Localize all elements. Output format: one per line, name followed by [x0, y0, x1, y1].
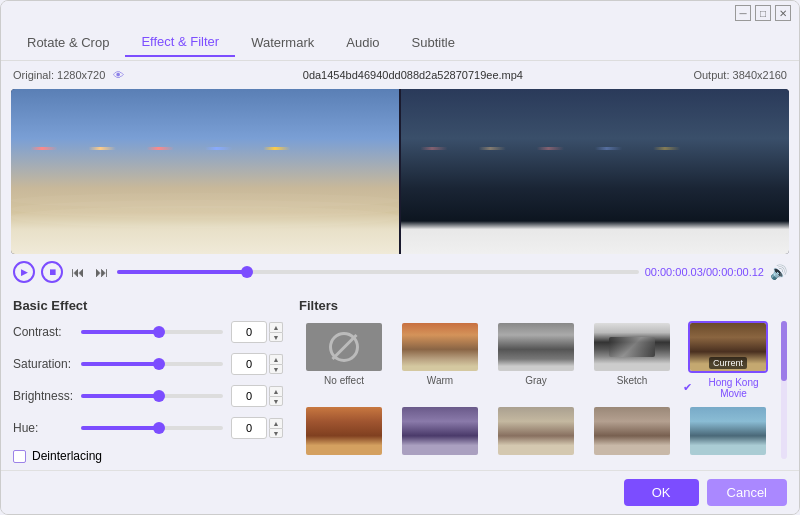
timeline-thumb	[241, 266, 253, 278]
main-window: ─ □ ✕ Rotate & Crop Effect & Filter Wate…	[0, 0, 800, 515]
basic-effect-panel: Basic Effect Contrast: ▲ ▼ Saturation:	[13, 298, 283, 462]
filter-4[interactable]	[491, 405, 581, 459]
output-res: 3840x2160	[733, 69, 787, 81]
contrast-spinner: ▲ ▼	[269, 322, 283, 342]
output-frame	[401, 89, 789, 254]
timeline-progress	[117, 270, 247, 274]
brightness-up[interactable]: ▲	[269, 386, 283, 396]
filter-6[interactable]	[683, 405, 773, 459]
tab-audio[interactable]: Audio	[330, 29, 395, 56]
minimize-button[interactable]: ─	[735, 5, 751, 21]
original-label: Original: 1280x720	[13, 69, 105, 81]
playback-bar: ▶ ⏹ ⏮ ⏭ 00:00:00.03/00:00:00.12 🔊	[1, 254, 799, 290]
video-preview-output	[401, 89, 789, 254]
filter-thumb-gray	[496, 321, 576, 373]
filters-grid: No effect Warm Gray	[299, 321, 777, 459]
basic-effect-title: Basic Effect	[13, 298, 283, 313]
prev-frame-button[interactable]: ⏮	[69, 264, 87, 280]
filters-panel: Filters No effect	[299, 298, 787, 462]
brightness-spinner: ▲ ▼	[269, 386, 283, 406]
video-area	[11, 89, 789, 254]
filter-thumb-sketch	[592, 321, 672, 373]
original-res: 1280x720	[57, 69, 105, 81]
brightness-label: Brightness:	[13, 389, 81, 403]
filter-thumb-5	[592, 405, 672, 457]
hue-spinner: ▲ ▼	[269, 418, 283, 438]
filters-title: Filters	[299, 298, 787, 313]
brightness-row: Brightness: ▲ ▼	[13, 385, 283, 407]
tab-effect-filter[interactable]: Effect & Filter	[125, 28, 235, 57]
output-label: Output: 3840x2160	[693, 69, 787, 81]
maximize-button[interactable]: □	[755, 5, 771, 21]
saturation-up[interactable]: ▲	[269, 354, 283, 364]
info-bar: Original: 1280x720 👁 0da1454bd46940dd088…	[1, 61, 799, 89]
contrast-label: Contrast:	[13, 325, 81, 339]
hue-slider[interactable]	[81, 426, 223, 430]
filter-thumb-warm	[400, 321, 480, 373]
filter-5[interactable]	[587, 405, 677, 459]
deinterlace-checkbox[interactable]	[13, 450, 26, 463]
filter-thumb-2	[304, 405, 384, 457]
hue-input[interactable]	[231, 417, 267, 439]
filter-check-icon: ✔	[683, 381, 692, 394]
saturation-down[interactable]: ▼	[269, 364, 283, 374]
deinterlace-label: Deinterlacing	[32, 449, 102, 463]
hue-up[interactable]: ▲	[269, 418, 283, 428]
filter-warm[interactable]: Warm	[395, 321, 485, 399]
filter-label-warm: Warm	[427, 375, 453, 386]
saturation-label: Saturation:	[13, 357, 81, 371]
next-frame-button[interactable]: ⏭	[93, 264, 111, 280]
filter-label-hk-movie: Hong Kong Movie	[694, 377, 773, 399]
saturation-slider[interactable]	[81, 362, 223, 366]
tab-bar: Rotate & Crop Effect & Filter Watermark …	[1, 25, 799, 61]
video-preview-original	[11, 89, 399, 254]
filter-thumb-6	[688, 405, 768, 457]
timeline-slider[interactable]	[117, 270, 639, 274]
filter-no-effect[interactable]: No effect	[299, 321, 389, 399]
contrast-input[interactable]	[231, 321, 267, 343]
contrast-row: Contrast: ▲ ▼	[13, 321, 283, 343]
filter-3[interactable]	[395, 405, 485, 459]
saturation-row: Saturation: ▲ ▼	[13, 353, 283, 375]
contrast-slider[interactable]	[81, 330, 223, 334]
close-button[interactable]: ✕	[775, 5, 791, 21]
contrast-down[interactable]: ▼	[269, 332, 283, 342]
brightness-down[interactable]: ▼	[269, 396, 283, 406]
saturation-input[interactable]	[231, 353, 267, 375]
hue-label: Hue:	[13, 421, 81, 435]
tab-subtitle[interactable]: Subtitle	[396, 29, 471, 56]
filters-wrapper: No effect Warm Gray	[299, 321, 787, 459]
time-display: 00:00:00.03/00:00:00.12	[645, 266, 764, 278]
contrast-up[interactable]: ▲	[269, 322, 283, 332]
brightness-slider[interactable]	[81, 394, 223, 398]
tab-rotate-crop[interactable]: Rotate & Crop	[11, 29, 125, 56]
filter-label-sketch: Sketch	[617, 375, 648, 386]
cancel-button[interactable]: Cancel	[707, 479, 787, 506]
volume-icon[interactable]: 🔊	[770, 264, 787, 280]
filter-hk-movie[interactable]: Current ✔ Hong Kong Movie	[683, 321, 773, 399]
filters-scrollbar-thumb	[781, 321, 787, 381]
filter-label-no-effect: No effect	[324, 375, 364, 386]
filter-sketch[interactable]: Sketch	[587, 321, 677, 399]
filter-gray[interactable]: Gray	[491, 321, 581, 399]
ok-button[interactable]: OK	[624, 479, 699, 506]
brightness-input[interactable]	[231, 385, 267, 407]
filter-thumb-4	[496, 405, 576, 457]
bottom-bar: OK Cancel	[1, 470, 799, 514]
tab-watermark[interactable]: Watermark	[235, 29, 330, 56]
filter-2[interactable]	[299, 405, 389, 459]
play-button[interactable]: ▶	[13, 261, 35, 283]
title-bar: ─ □ ✕	[1, 1, 799, 25]
hue-down[interactable]: ▼	[269, 428, 283, 438]
eye-icon[interactable]: 👁	[113, 69, 124, 81]
deinterlace-row: Deinterlacing	[13, 449, 283, 463]
saturation-spinner: ▲ ▼	[269, 354, 283, 374]
filter-thumb-hk-movie: Current	[688, 321, 768, 373]
filename-label: 0da1454bd46940dd088d2a52870719ee.mp4	[132, 69, 693, 81]
filters-scrollbar[interactable]	[781, 321, 787, 459]
stop-button[interactable]: ⏹	[41, 261, 63, 283]
filter-label-gray: Gray	[525, 375, 547, 386]
filter-thumb-3	[400, 405, 480, 457]
hue-row: Hue: ▲ ▼	[13, 417, 283, 439]
filter-thumb-no-effect	[304, 321, 384, 373]
